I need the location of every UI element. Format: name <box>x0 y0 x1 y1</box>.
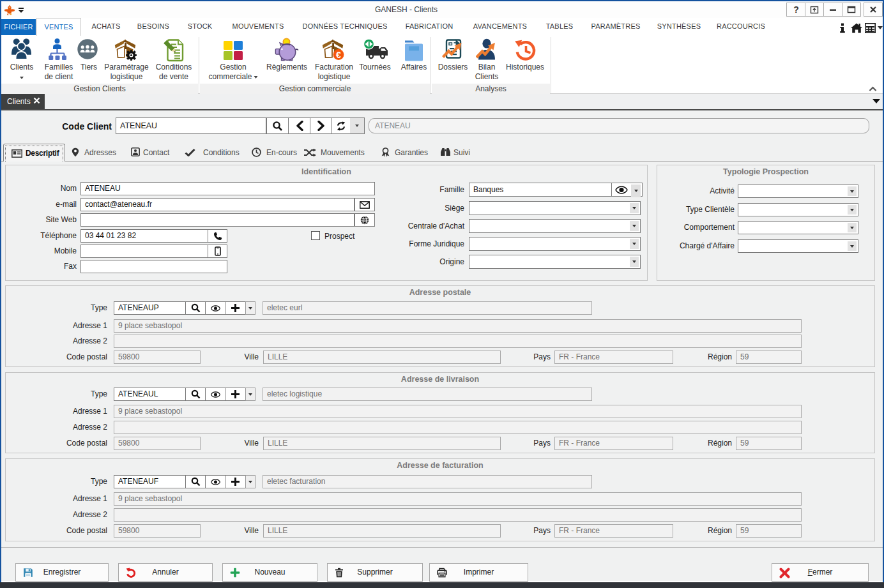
menu-tab-syntheses[interactable]: SYNTHÈSES <box>657 22 701 30</box>
origine-select[interactable] <box>469 255 641 269</box>
siteweb-input[interactable] <box>80 213 354 227</box>
ribbon-item-bilan-line2[interactable]: Clients <box>475 72 499 81</box>
close-button[interactable] <box>864 3 883 17</box>
menu-tab-tables[interactable]: TABLES <box>546 22 574 30</box>
tab-suivi[interactable]: Suivi <box>453 148 470 157</box>
ribbon-pin-button[interactable] <box>805 3 824 17</box>
call-phone-button[interactable] <box>208 229 227 243</box>
menu-tab-avancements[interactable]: AVANCEMENTS <box>473 22 527 30</box>
historiques-icon[interactable] <box>514 38 538 63</box>
ribbon-item-tournees[interactable]: Tournées <box>359 63 390 72</box>
code-client-input[interactable]: ATENEAU <box>116 117 266 134</box>
familles-client-icon[interactable] <box>49 38 66 60</box>
print-button[interactable]: Imprimer <box>429 563 528 582</box>
ribbon-item-reglements[interactable]: Règlements <box>266 63 307 72</box>
add-address-button[interactable] <box>225 475 246 488</box>
add-address-button[interactable] <box>225 301 246 315</box>
add-address-dropdown[interactable] <box>245 388 255 401</box>
telephone-input[interactable]: 03 44 01 23 82 <box>80 229 208 243</box>
tab-conditions[interactable]: Conditions <box>203 148 240 157</box>
maximize-button[interactable] <box>842 3 861 17</box>
add-address-dropdown[interactable] <box>245 475 255 488</box>
nom-input[interactable]: ATENEAU <box>80 182 375 195</box>
comportement-select[interactable] <box>738 221 858 234</box>
home-icon[interactable] <box>851 23 862 33</box>
ribbon-item-bilan-line1[interactable]: Bilan <box>478 63 496 72</box>
document-tab-close-icon[interactable] <box>33 97 40 104</box>
save-button[interactable]: Enregistrer <box>15 563 109 582</box>
email-input[interactable]: contact@ateneau.fr <box>80 198 354 211</box>
document-tabs-dropdown-caret[interactable] <box>873 99 880 103</box>
call-mobile-button[interactable] <box>208 245 227 258</box>
search-address-button[interactable] <box>185 388 206 401</box>
search-client-button[interactable] <box>267 118 288 133</box>
quick-access-toolbar-icon[interactable] <box>18 7 25 13</box>
tab-adresses[interactable]: Adresses <box>84 148 116 157</box>
add-address-dropdown[interactable] <box>245 301 255 315</box>
menu-tab-fichier[interactable]: FICHIER <box>1 19 36 35</box>
parametrage-logistique-icon[interactable] <box>114 38 139 63</box>
delete-button[interactable]: Supprimer <box>327 563 423 582</box>
tab-en-cours[interactable]: En-cours <box>266 148 297 157</box>
ribbon-item-gestion-commerciale-line1[interactable]: Gestion <box>220 63 246 72</box>
ribbon-item-conditions-line2[interactable]: de vente <box>159 72 188 81</box>
mobile-input[interactable] <box>80 245 208 258</box>
tiers-icon[interactable] <box>77 39 98 59</box>
ribbon-item-dossiers[interactable]: Dossiers <box>438 63 468 72</box>
dossiers-icon[interactable] <box>442 38 465 63</box>
menu-tab-fabrication[interactable]: FABRICATION <box>406 22 453 30</box>
search-address-button[interactable] <box>185 475 206 488</box>
ribbon-item-conditions-line1[interactable]: Conditions <box>156 63 192 72</box>
menu-tab-stock[interactable]: STOCK <box>188 22 213 30</box>
refresh-dropdown-button[interactable] <box>350 118 364 133</box>
activite-select[interactable] <box>738 185 858 198</box>
gestion-commerciale-icon[interactable] <box>223 40 243 61</box>
tab-mouvements[interactable]: Mouvements <box>321 148 365 157</box>
tab-garanties[interactable]: Garanties <box>395 148 428 157</box>
menu-tab-donnees-techniques[interactable]: DONNÉES TECHNIQUES <box>303 22 388 30</box>
view-address-button[interactable] <box>205 388 225 401</box>
ribbon-item-tiers[interactable]: Tiers <box>80 63 97 72</box>
view-address-button[interactable] <box>205 475 225 488</box>
ribbon-item-parametrage-line1[interactable]: Paramétrage <box>104 63 148 72</box>
bilan-clients-icon[interactable] <box>476 38 498 63</box>
prospect-checkbox[interactable] <box>311 231 320 240</box>
tab-contact[interactable]: Contact <box>143 148 169 157</box>
conditions-vente-icon[interactable] <box>163 38 186 63</box>
ribbon-item-parametrage-line2[interactable]: logistique <box>111 72 143 81</box>
refresh-button[interactable] <box>332 118 350 133</box>
type-input[interactable]: ATENEAUL <box>114 388 186 401</box>
facturation-logistique-icon[interactable]: € <box>321 38 347 63</box>
cancel-button[interactable]: Annuler <box>118 563 213 582</box>
menu-tab-besoins[interactable]: BESOINS <box>137 22 169 30</box>
ribbon-item-historiques[interactable]: Historiques <box>506 63 544 72</box>
ribbon-item-familles-line2[interactable]: de client <box>45 72 73 81</box>
close-form-button[interactable]: Fermer <box>772 563 869 582</box>
clients-dropdown-arrow[interactable] <box>20 77 24 79</box>
view-address-button[interactable] <box>205 301 225 315</box>
help-button[interactable]: ? <box>786 3 805 17</box>
menu-tab-achats[interactable]: ACHATS <box>91 22 120 30</box>
new-button[interactable]: Nouveau <box>222 563 317 582</box>
document-tab-clients[interactable]: Clients <box>1 94 45 109</box>
type-input[interactable]: ATENEAUP <box>114 301 186 315</box>
ribbon-item-gestion-commerciale-line2[interactable]: commerciale <box>208 72 257 81</box>
type-clientele-select[interactable] <box>738 203 858 216</box>
affaires-icon[interactable] <box>404 38 424 63</box>
previous-record-button[interactable] <box>288 118 310 133</box>
menu-tab-mouvements[interactable]: MOUVEMENTS <box>232 22 284 30</box>
search-address-button[interactable] <box>185 301 206 315</box>
ribbon-item-facturation-line2[interactable]: logistique <box>318 72 351 81</box>
minimize-button[interactable] <box>823 3 842 17</box>
type-input[interactable]: ATENEAUF <box>114 475 186 488</box>
ribbon-item-affaires[interactable]: Affaires <box>401 63 427 72</box>
add-address-button[interactable] <box>225 388 246 401</box>
menu-overflow-caret[interactable] <box>878 26 883 29</box>
info-icon[interactable] <box>839 23 846 33</box>
famille-input[interactable]: Banques <box>469 183 612 197</box>
charge-affaire-select[interactable] <box>738 239 858 253</box>
menu-tab-raccourcis[interactable]: RACCOURCIS <box>717 22 765 30</box>
ribbon-item-facturation-line1[interactable]: Facturation <box>315 63 353 72</box>
ribbon-item-familles-line1[interactable]: Familles <box>45 63 73 72</box>
tournees-icon[interactable] <box>362 38 390 63</box>
